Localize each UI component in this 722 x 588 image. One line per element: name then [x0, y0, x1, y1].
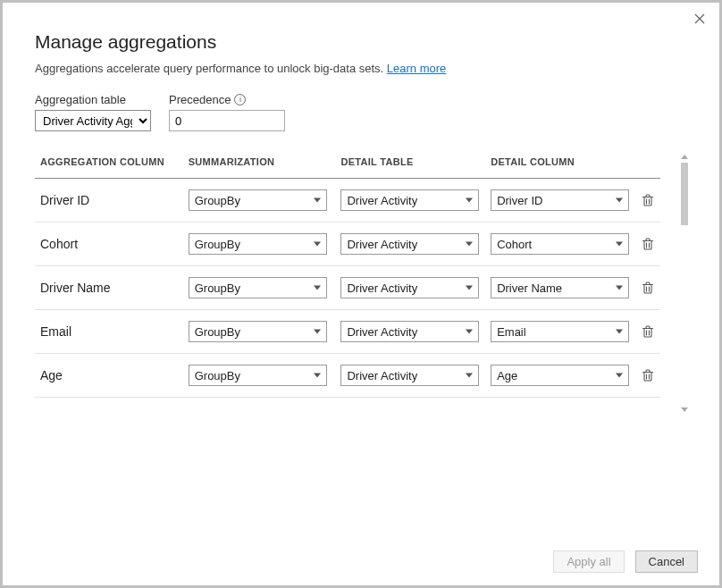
scroll-down-icon[interactable]	[681, 407, 688, 412]
delete-row-button[interactable]	[641, 281, 655, 295]
detail-table-select[interactable]: Driver Activity	[340, 277, 479, 298]
detail-column-value: Age	[497, 369, 517, 382]
detail-table-select[interactable]: Driver Activity	[340, 365, 479, 386]
th-summarization: SUMMARIZATION	[183, 147, 336, 179]
delete-row-button[interactable]	[641, 368, 655, 382]
summarization-select[interactable]: GroupBy	[189, 189, 327, 211]
th-agg-column: AGGREGATION COLUMN	[35, 147, 183, 179]
detail-column-select[interactable]: Cohort	[491, 233, 629, 255]
learn-more-link[interactable]: Learn more	[387, 62, 446, 75]
detail-table-value: Driver Activity	[347, 281, 417, 295]
detail-table-select[interactable]: Driver Activity	[340, 233, 479, 255]
th-detail-column: DETAIL COLUMN	[485, 147, 635, 179]
table-wrap: AGGREGATION COLUMN SUMMARIZATION DETAIL …	[35, 147, 687, 398]
delete-row-button[interactable]	[641, 193, 655, 207]
detail-table-value: Driver Activity	[347, 194, 417, 207]
precedence-label: Precedence i	[169, 93, 285, 106]
agg-column-value: Email	[40, 324, 71, 339]
precedence-group: Precedence i	[169, 93, 285, 131]
table-header-row: AGGREGATION COLUMN SUMMARIZATION DETAIL …	[35, 147, 660, 179]
table-row: CohortGroupByDriver ActivityCohort	[35, 223, 660, 266]
agg-table-select[interactable]: Driver Activity Agg	[35, 110, 151, 131]
dialog-content: Manage aggregations Aggregations acceler…	[3, 3, 719, 398]
table-row: Driver NameGroupByDriver ActivityDriver …	[35, 266, 660, 310]
detail-table-value: Driver Activity	[347, 325, 417, 339]
summarization-value: GroupBy	[195, 281, 240, 295]
summarization-value: GroupBy	[195, 369, 240, 382]
summarization-select[interactable]: GroupBy	[189, 233, 327, 255]
summarization-select[interactable]: GroupBy	[189, 321, 327, 342]
detail-column-select[interactable]: Email	[491, 321, 629, 342]
dialog-title: Manage aggregations	[35, 31, 687, 53]
scroll-thumb[interactable]	[681, 163, 688, 225]
detail-column-value: Cohort	[497, 238, 532, 251]
summarization-select[interactable]: GroupBy	[189, 365, 327, 386]
detail-table-select[interactable]: Driver Activity	[340, 321, 479, 342]
table-row: AgeGroupByDriver ActivityAge	[35, 354, 660, 398]
detail-table-select[interactable]: Driver Activity	[340, 189, 479, 211]
apply-all-button[interactable]: Apply all	[553, 550, 624, 573]
controls-row: Aggregation table Driver Activity Agg Pr…	[35, 93, 687, 131]
table-row: EmailGroupByDriver ActivityEmail	[35, 310, 660, 354]
delete-row-button[interactable]	[641, 237, 655, 251]
detail-column-select[interactable]: Driver ID	[491, 189, 629, 211]
cancel-button[interactable]: Cancel	[635, 550, 698, 573]
detail-column-value: Email	[497, 325, 526, 339]
dialog-subtitle: Aggregations accelerate query performanc…	[35, 62, 687, 75]
scrollbar[interactable]	[680, 155, 689, 412]
agg-column-value: Driver Name	[40, 281, 111, 295]
agg-table-label: Aggregation table	[35, 93, 151, 106]
summarization-value: GroupBy	[195, 238, 240, 251]
dialog-frame: Manage aggregations Aggregations acceler…	[0, 0, 722, 588]
detail-column-value: Driver ID	[497, 194, 542, 207]
summarization-select[interactable]: GroupBy	[189, 277, 327, 298]
agg-column-value: Age	[40, 368, 63, 382]
close-button[interactable]	[691, 10, 709, 28]
summarization-value: GroupBy	[195, 325, 240, 339]
detail-column-select[interactable]: Driver Name	[491, 277, 629, 298]
summarization-value: GroupBy	[195, 194, 240, 207]
precedence-input[interactable]	[169, 110, 285, 131]
dialog-footer: Apply all Cancel	[553, 550, 698, 573]
subtitle-text: Aggregations accelerate query performanc…	[35, 62, 387, 75]
th-delete	[635, 147, 660, 179]
detail-column-select[interactable]: Age	[491, 365, 629, 386]
detail-table-value: Driver Activity	[347, 238, 417, 251]
agg-column-value: Cohort	[40, 237, 78, 251]
precedence-label-text: Precedence	[169, 93, 231, 106]
info-icon[interactable]: i	[234, 94, 246, 105]
th-detail-table: DETAIL TABLE	[335, 147, 485, 179]
delete-row-button[interactable]	[641, 324, 655, 339]
agg-column-value: Driver ID	[40, 193, 89, 207]
detail-table-value: Driver Activity	[347, 369, 417, 382]
detail-column-value: Driver Name	[497, 281, 562, 295]
table-row: Driver IDGroupByDriver ActivityDriver ID	[35, 179, 660, 223]
scroll-up-icon[interactable]	[681, 155, 688, 159]
agg-table-group: Aggregation table Driver Activity Agg	[35, 93, 151, 131]
aggregation-table: AGGREGATION COLUMN SUMMARIZATION DETAIL …	[35, 147, 660, 398]
